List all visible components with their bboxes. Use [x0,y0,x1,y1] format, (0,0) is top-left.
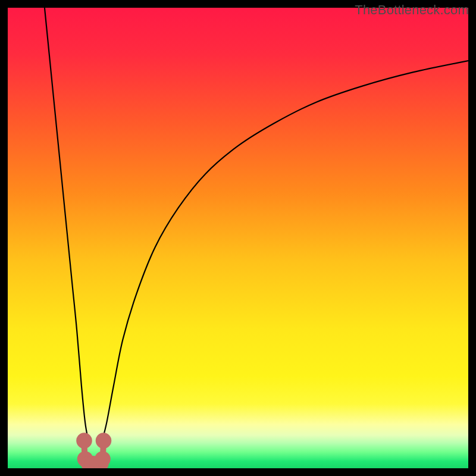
dip-dot [96,433,112,449]
plot-svg [8,8,468,468]
gradient-background [8,8,468,468]
chart-frame: TheBottleneck.com [0,0,476,476]
dip-dot [76,433,92,449]
plot-area [8,8,468,468]
dip-dot [95,451,111,467]
watermark-label: TheBottleneck.com [355,2,469,18]
